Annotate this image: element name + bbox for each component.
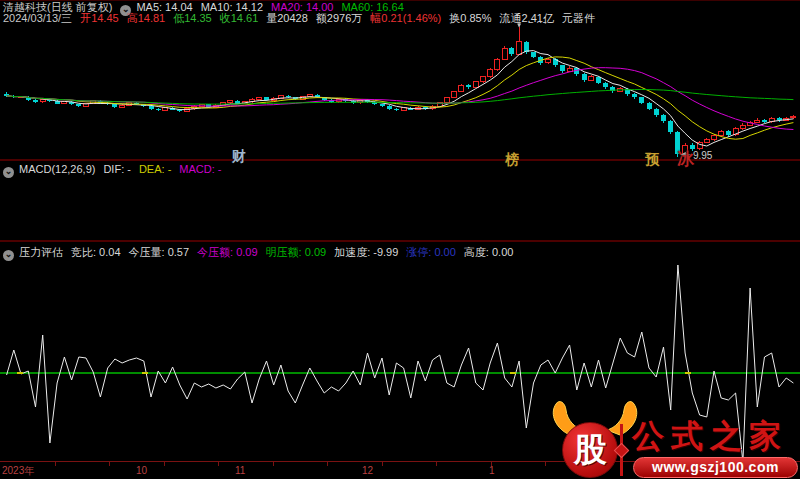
svg-text:24.88: 24.88 [528,22,553,25]
axis-tick [382,462,383,466]
watermark-stamp: 榜 [505,151,519,169]
pressure-legend-segment: 今压量: 0.57 [129,246,190,258]
logo-bull-circle: 股 [562,422,618,478]
macd-legend-segment: MACD(12,26,9) [19,163,95,175]
main-candlestick-chart[interactable]: 24.889.95 [0,22,800,159]
watermark-stamp: 预 [645,151,659,169]
watermark-logo: 股 公式之家 www.gszj100.com [548,398,800,479]
axis-month-label: 12 [362,465,373,476]
watermark-stamp: 冰 [677,148,694,171]
axis-month-label: 1 [489,465,495,476]
pressure-legend-segment: 明压额: 0.09 [266,246,327,258]
axis-tick [55,462,56,466]
axis-tick [273,462,274,466]
axis-tick [327,462,328,466]
macd-pane[interactable] [0,178,800,238]
macd-indicator-row: ⌄MACD(12,26,9)DIF: -DEA: -MACD: - [3,164,230,178]
axis-month-label: 11 [235,465,245,476]
macd-legend-segment: DIF: - [103,163,131,175]
collapse-chevron-icon[interactable]: ⌄ [3,167,14,178]
axis-tick [109,462,110,466]
axis-tick [436,462,437,466]
stock-app-window: 清越科技(日线 前复权)⌄MA5: 14.04MA10: 14.12MA20: … [0,0,800,479]
pane-divider [0,240,800,242]
logo-url-pill: www.gszj100.com [633,457,798,478]
pressure-legend-segment: 今压额: 0.09 [197,246,258,258]
pressure-legend-segment: 涨停: 0.00 [406,246,456,258]
axis-tick [218,462,219,466]
pressure-legend-segment: 加速度: -9.99 [334,246,398,258]
pressure-legend-segment: 压力评估 [19,246,63,258]
macd-legend-segment: DEA: - [139,163,171,175]
axis-month-label: 2023年 [2,465,34,476]
pressure-indicator-row: ⌄压力评估竞比: 0.04今压量: 0.57今压额: 0.09明压额: 0.09… [3,247,521,261]
axis-month-label: 10 [136,465,147,476]
logo-url: www.gszj100.com [634,458,797,477]
logo-glyph: 股 [563,423,617,477]
pressure-legend-segment: 竞比: 0.04 [71,246,121,258]
axis-tick [164,462,165,466]
svg-text:9.95: 9.95 [693,150,713,159]
collapse-chevron-icon[interactable]: ⌄ [3,250,14,261]
watermark-stamp: 财 [232,148,246,166]
macd-legend-segment: MACD: - [179,163,221,175]
pressure-legend-segment: 高度: 0.00 [464,246,514,258]
logo-site-name: 公式之家 [632,418,800,454]
axis-tick [545,462,546,466]
